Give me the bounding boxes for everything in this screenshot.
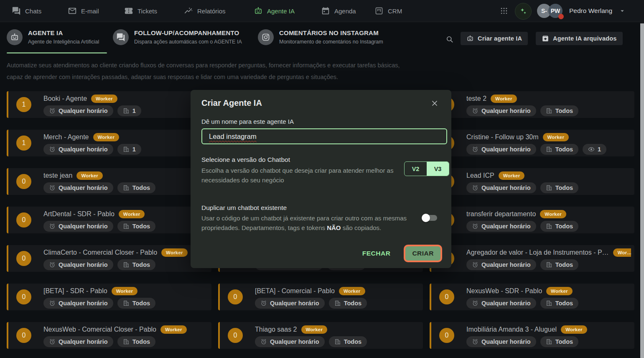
department-icon bbox=[123, 107, 130, 114]
tab-subtitle: Agente de Inteligência Artificial bbox=[28, 39, 99, 45]
caret-down-icon[interactable] bbox=[619, 7, 626, 15]
tab-agente-ia[interactable]: AGENTE IAAgente de Inteligência Artifici… bbox=[7, 29, 99, 45]
agent-card[interactable]: Cristine - Follow up 30mWorkerQualquer h… bbox=[430, 130, 634, 156]
agent-card[interactable]: Lead ICPWorkerQualquer horárioTodos bbox=[430, 168, 634, 195]
chip-label: Todos bbox=[555, 338, 573, 345]
agent-card-title: teste jean bbox=[43, 172, 72, 179]
topnav-item-crm[interactable]: CRM bbox=[374, 0, 402, 22]
chip-label: Qualquer horário bbox=[481, 338, 531, 345]
agent-card-title: NexusWeb - SDR - Pablo bbox=[466, 287, 542, 295]
user-name[interactable]: Pedro Werlang bbox=[569, 7, 612, 15]
clock-chip: Qualquer horário bbox=[43, 221, 113, 232]
version-section-description: Escolha a versão do chatbot que deseja c… bbox=[201, 166, 394, 185]
agent-name-input[interactable]: Lead instagram bbox=[201, 128, 447, 144]
agent-name-label: Dê um nome para este agente IA bbox=[201, 118, 294, 125]
chip-label: Todos bbox=[555, 184, 573, 191]
apps-grid-icon[interactable] bbox=[500, 7, 508, 15]
eye-icon bbox=[588, 146, 595, 153]
department-chip: Todos bbox=[117, 336, 155, 347]
clock-chip: Qualquer horário bbox=[466, 105, 536, 116]
create-agent-button[interactable]: Criar agente IA bbox=[461, 32, 528, 45]
tab-coment-rios-no-instagram[interactable]: COMENTÁRIOS NO INSTAGRAMMonitoramento de… bbox=[258, 29, 383, 45]
topnav-item-agente-ia[interactable]: Agente IA bbox=[254, 0, 295, 22]
worker-badge: Worker bbox=[499, 171, 525, 180]
ai-assistant-button[interactable] bbox=[515, 3, 532, 20]
agent-card[interactable]: 0NexusWeb - SDR - PabloWorkerQualquer ho… bbox=[430, 284, 634, 310]
clock-icon bbox=[49, 338, 56, 345]
topnav-item-e-mail[interactable]: E-mail bbox=[68, 0, 99, 22]
close-icon[interactable] bbox=[430, 99, 439, 107]
topnav-item-relat-rios[interactable]: Relatórios bbox=[184, 0, 226, 22]
agent-card[interactable]: 0ClimaCerto - Comercial Closer - PabloWo… bbox=[7, 245, 211, 272]
scrollbar-thumb[interactable] bbox=[640, 23, 644, 358]
department-icon bbox=[123, 223, 130, 230]
department-chip: 1 bbox=[117, 144, 141, 155]
clock-icon bbox=[49, 107, 56, 114]
clock-icon bbox=[49, 184, 56, 191]
agent-card[interactable]: teste 2WorkerQualquer horárioTodos bbox=[430, 91, 634, 118]
topnav-item-tickets[interactable]: Tickets bbox=[124, 0, 157, 22]
chip-label: Qualquer horário bbox=[481, 107, 531, 114]
agent-card[interactable]: 1Booki - AgenteWorkerQualquer horário1 bbox=[7, 91, 211, 118]
department-chip: Todos bbox=[117, 221, 155, 232]
chat-icon bbox=[12, 6, 21, 15]
department-chip: Todos bbox=[540, 105, 578, 116]
scrollbar-track bbox=[640, 0, 644, 358]
topnav-item-agenda[interactable]: Agenda bbox=[321, 0, 356, 22]
close-modal-button[interactable]: FECHAR bbox=[362, 250, 391, 257]
duplicate-desc-bold: NÃO bbox=[327, 224, 341, 231]
open-count-badge: 1 bbox=[16, 97, 31, 112]
department-icon bbox=[123, 338, 130, 345]
clock-icon bbox=[260, 338, 267, 345]
agent-card[interactable]: 0Imobiliária Amanda 3 - AluguelWorkerQua… bbox=[430, 322, 634, 349]
top-navigation: S- PW Pedro Werlang ChatsE-mailTicketsRe… bbox=[0, 0, 644, 22]
agent-card[interactable]: 1Merch - AgenteWorkerQualquer horário1 bbox=[7, 130, 211, 156]
version-v3-button[interactable]: V3 bbox=[427, 162, 449, 176]
chip-label: Todos bbox=[555, 261, 573, 268]
chip-label: Qualquer horário bbox=[481, 261, 531, 268]
agent-card[interactable]: 0[BETA] - SDR - PabloWorkerQualquer horá… bbox=[7, 284, 211, 310]
department-chip: 1 bbox=[117, 105, 141, 116]
agent-card-title: ArtDental - SDR - Pablo bbox=[43, 210, 115, 218]
open-count-badge: 0 bbox=[16, 328, 31, 343]
version-v2-button[interactable]: V2 bbox=[405, 162, 427, 176]
worker-badge: Worker bbox=[161, 248, 188, 257]
create-confirm-button[interactable]: CRIAR bbox=[405, 246, 440, 261]
search-icon[interactable] bbox=[445, 35, 454, 43]
tab-title: AGENTE IA bbox=[28, 29, 99, 36]
department-icon bbox=[546, 107, 552, 114]
mail-icon bbox=[68, 6, 77, 15]
agent-card[interactable]: 0[BETA] - Comercial - PabloWorkerQualque… bbox=[218, 284, 423, 310]
agent-card[interactable]: transferir departamentoWorkerQualquer ho… bbox=[430, 207, 634, 233]
agent-card[interactable]: 0teste jeanWorkerQualquer horárioTodos bbox=[7, 168, 211, 195]
agent-card-title: Booki - Agente bbox=[43, 95, 87, 102]
archived-agents-button[interactable]: Agente IA arquivados bbox=[536, 32, 623, 45]
clock-chip: Qualquer horário bbox=[43, 259, 113, 270]
archive-icon bbox=[542, 35, 549, 42]
department-chip: Todos bbox=[329, 298, 367, 309]
open-count-badge: 0 bbox=[16, 212, 31, 228]
clock-chip: Qualquer horário bbox=[255, 336, 325, 347]
worker-badge: Worker bbox=[301, 325, 328, 334]
chip-label: Qualquer horário bbox=[481, 184, 531, 191]
worker-badge: Worker bbox=[112, 287, 138, 295]
topnav-item-chats[interactable]: Chats bbox=[12, 0, 41, 22]
department-icon bbox=[123, 261, 130, 268]
robot-icon bbox=[466, 35, 474, 42]
duplicate-toggle[interactable] bbox=[423, 215, 437, 221]
agent-card[interactable]: 0ArtDental - SDR - PabloWorkerQualquer h… bbox=[7, 207, 211, 233]
agent-card[interactable]: Agregador de valor - Loja de Instrumento… bbox=[430, 245, 634, 272]
open-count-badge: 0 bbox=[439, 328, 454, 343]
eye-chip: 1 bbox=[583, 144, 606, 155]
department-chip: Todos bbox=[117, 298, 155, 309]
create-agent-label: Criar agente IA bbox=[478, 35, 522, 42]
agent-card[interactable]: 0NexusWeb - Comercial Closer - PabloWork… bbox=[7, 322, 211, 349]
toggle-knob bbox=[422, 214, 430, 222]
worker-badge: Worker bbox=[546, 287, 573, 295]
tab-follow-up-acompanhamento[interactable]: FOLLOW-UP/ACOMPANHAMENTODispara ações au… bbox=[113, 29, 242, 45]
ai-sparkle-icon bbox=[519, 7, 528, 16]
agent-card-title: Lead ICP bbox=[466, 172, 494, 179]
department-icon bbox=[546, 184, 552, 191]
agent-card[interactable]: 0Thiago saas 2WorkerQualquer horárioTodo… bbox=[218, 322, 423, 349]
chip-label: 1 bbox=[132, 107, 136, 114]
